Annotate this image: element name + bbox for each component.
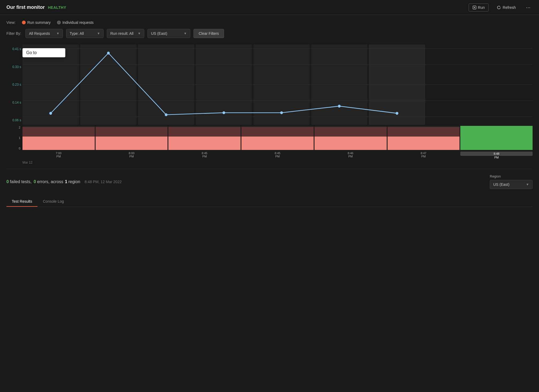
bar-bottom-4 <box>241 137 314 150</box>
play-icon <box>473 6 476 9</box>
header-right: Run Refresh ··· <box>469 3 533 12</box>
tab-console-log[interactable]: Console Log <box>37 197 69 207</box>
bar-y-2: 2 <box>6 126 20 129</box>
clear-filters-button[interactable]: Clear Filters <box>193 29 224 38</box>
region-selector-label: Region <box>490 174 533 178</box>
filter-row: Filter By: All Requests ▼ Type: All ▼ Ru… <box>6 29 533 38</box>
x-label-5: 8:46 PM <box>314 152 387 159</box>
y-label-3: 0.23 s <box>6 83 21 86</box>
bar-top-2 <box>96 127 168 137</box>
tabs-row: Test Results Console Log <box>6 197 533 207</box>
bar-bottom-5 <box>314 137 387 150</box>
svg-marker-1 <box>474 7 475 8</box>
individual-requests-radio[interactable] <box>57 21 61 24</box>
run-summary-option[interactable]: Run summary <box>22 20 51 25</box>
individual-requests-option[interactable]: Individual requests <box>57 20 94 25</box>
svg-point-15 <box>107 52 110 55</box>
bar-col-4 <box>241 126 314 150</box>
failed-label: failed tests, <box>10 179 32 184</box>
region-count: 1 <box>65 179 67 184</box>
region-label: region <box>68 179 80 184</box>
run-button[interactable]: Run <box>469 3 489 12</box>
x-label-highlighted: 8:48 PM <box>460 152 533 159</box>
bar-top-6 <box>388 127 460 137</box>
bar-y-1: 1 <box>6 136 20 140</box>
bar-bottom-6 <box>388 137 460 150</box>
line-chart: 0.41 s 0.33 s 0.23 s 0.14 s 0.06 s <box>6 44 533 125</box>
region-select-dropdown[interactable]: US (East) ▼ <box>490 180 533 189</box>
summary-text-area: 0 failed tests, 0 errors, across 1 regio… <box>6 179 122 184</box>
monitor-title: Our first monitor <box>6 5 45 10</box>
header: Our first monitor HEALTHY Run Refresh ··… <box>0 0 539 15</box>
run-summary-radio[interactable] <box>22 21 26 24</box>
line-chart-svg <box>22 44 533 125</box>
status-badge: HEALTHY <box>48 5 66 10</box>
x-label-1: 7:00 PM <box>22 152 95 159</box>
refresh-icon <box>497 5 501 10</box>
bar-bottom-1 <box>22 137 95 150</box>
main-content: View: Run summary Individual requests Fi… <box>0 15 539 212</box>
x-label-2: 8:00 PM <box>96 152 168 159</box>
goto-tooltip[interactable]: Go to <box>22 48 65 57</box>
bar-col-2 <box>96 126 168 150</box>
svg-point-19 <box>338 105 341 108</box>
tab-test-results[interactable]: Test Results <box>6 197 37 207</box>
x-label-6: 8:47 PM <box>388 152 460 159</box>
bar-col-6 <box>388 126 460 150</box>
x-axis-labels: 7:00 PM 8:00 PM 8:45 PM 8:45 PM 8:46 P <box>22 152 533 159</box>
svg-point-17 <box>222 111 225 114</box>
bar-col-5 <box>314 126 387 150</box>
bar-bottom-2 <box>96 137 168 150</box>
bar-col-3 <box>168 126 241 150</box>
chevron-down-icon: ▼ <box>138 32 141 35</box>
filter-by-label: Filter By: <box>6 31 21 36</box>
bar-bottom-3 <box>168 137 241 150</box>
y-label-2: 0.33 s <box>6 65 21 69</box>
more-options-button[interactable]: ··· <box>524 3 533 12</box>
run-summary-label: Run summary <box>27 20 51 25</box>
bar-green-7 <box>460 126 533 150</box>
view-label: View: <box>6 20 16 25</box>
region-selector: Region US (East) ▼ <box>490 174 533 189</box>
view-selector-row: View: Run summary Individual requests <box>6 20 533 25</box>
region-filter[interactable]: US (East) ▼ <box>147 29 190 38</box>
chevron-down-icon: ▼ <box>97 32 100 35</box>
failed-count: 0 <box>6 179 9 184</box>
svg-point-14 <box>49 112 52 115</box>
bar-top-3 <box>168 127 241 137</box>
requests-filter[interactable]: All Requests ▼ <box>25 29 63 38</box>
svg-point-16 <box>165 113 168 116</box>
bar-y-0: 0 <box>6 147 20 150</box>
bar-chart-bars <box>22 126 533 150</box>
x-label-4: 8:45 PM <box>241 152 314 159</box>
header-left: Our first monitor HEALTHY <box>6 5 66 10</box>
x-label-3: 8:45 PM <box>168 152 241 159</box>
y-label-5: 0.06 s <box>6 118 21 122</box>
error-count: 0 <box>34 179 36 184</box>
individual-requests-label: Individual requests <box>62 20 94 25</box>
y-axis: 0.41 s 0.33 s 0.23 s 0.14 s 0.06 s <box>6 44 21 125</box>
bar-col-1 <box>22 126 95 150</box>
y-label-1: 0.41 s <box>6 47 21 51</box>
chevron-down-icon: ▼ <box>526 183 529 186</box>
type-filter[interactable]: Type: All ▼ <box>66 29 104 38</box>
chevron-down-icon: ▼ <box>184 32 187 35</box>
svg-point-18 <box>280 111 283 114</box>
y-label-4: 0.14 s <box>6 101 21 104</box>
run-result-filter[interactable]: Run result: All ▼ <box>107 29 144 38</box>
error-label: errors, across <box>37 179 63 184</box>
svg-point-20 <box>396 112 398 115</box>
summary-timestamp: 8:48 PM, 12 Mar 2022 <box>85 180 122 184</box>
summary-row: 0 failed tests, 0 errors, across 1 regio… <box>6 169 533 194</box>
chevron-down-icon: ▼ <box>56 32 59 35</box>
bar-top-5 <box>314 127 387 137</box>
refresh-button[interactable]: Refresh <box>493 4 519 11</box>
bar-chart: 2 1 0 <box>6 126 533 159</box>
chart-area: Go to 0.41 s 0.33 s 0.23 s 0.14 s 0.06 s <box>6 44 533 164</box>
date-label: Mar 12 <box>6 161 533 164</box>
bar-col-7 <box>460 126 533 150</box>
bar-top-4 <box>241 127 314 137</box>
bar-top-1 <box>22 127 95 137</box>
